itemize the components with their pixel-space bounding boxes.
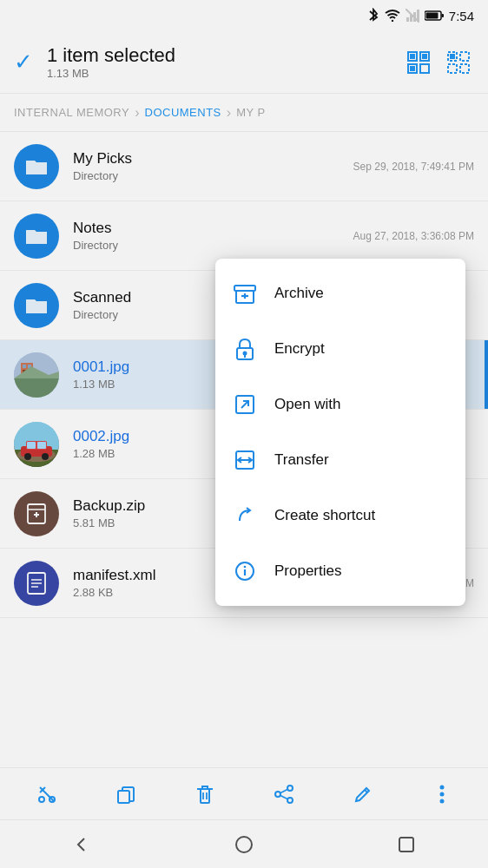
menu-label-openwith: Open with (274, 396, 341, 413)
shortcut-icon (233, 503, 257, 528)
menu-item-properties[interactable]: Properties (215, 543, 465, 599)
svg-line-53 (241, 401, 248, 408)
menu-item-transfer[interactable]: Transfer (215, 432, 465, 488)
menu-item-archive[interactable]: Archive (215, 266, 465, 321)
menu-item-encrypt[interactable]: Encrypt (215, 321, 465, 377)
menu-item-openwith[interactable]: Open with (215, 377, 465, 432)
svg-point-58 (244, 566, 247, 569)
menu-label-properties: Properties (274, 562, 341, 580)
menu-label-encrypt: Encrypt (274, 340, 325, 358)
menu-label-archive: Archive (274, 285, 324, 302)
menu-label-shortcut: Create shortcut (274, 507, 375, 524)
openwith-icon (233, 392, 257, 417)
svg-point-50 (243, 352, 247, 356)
archive-icon (233, 281, 257, 306)
context-menu: Archive Encrypt Open with (215, 259, 465, 606)
info-icon (233, 559, 257, 583)
menu-label-transfer: Transfer (274, 451, 329, 469)
menu-item-shortcut[interactable]: Create shortcut (215, 488, 465, 543)
transfer-icon (233, 448, 257, 472)
lock-icon (233, 337, 257, 361)
